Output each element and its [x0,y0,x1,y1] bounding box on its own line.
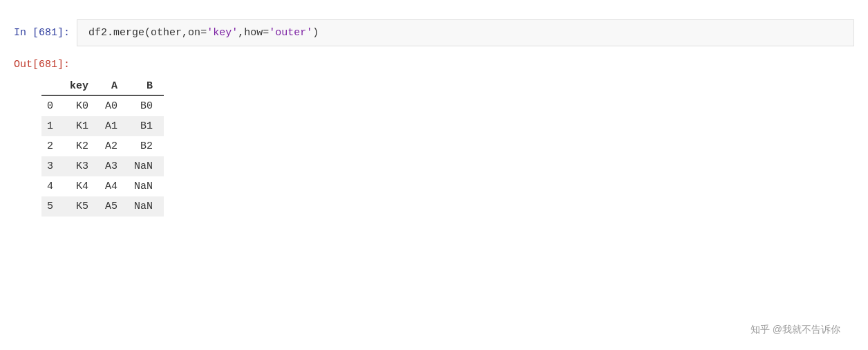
code-dot: . [107,27,113,39]
table-cell-index: 1 [41,116,64,136]
output-label-row: Out[681]: [0,57,868,77]
table-row: 0K0A0B0 [41,95,164,116]
table-row: 3K3A3NaN [41,156,164,176]
table-cell-data: NaN [129,176,164,196]
table-cell-data: NaN [129,156,164,176]
code-merge: merge [113,27,144,39]
output-label: Out[681]: [14,59,70,71]
code-df2: df2 [88,27,107,39]
col-header-a: A [100,77,129,95]
code-how: how [244,27,263,39]
code-other: other [151,27,182,39]
code-key-string: 'key' [207,27,238,39]
table-cell-data: A2 [100,136,129,156]
table-cell-data: K4 [64,176,100,196]
table-row: 2K2A2B2 [41,136,164,156]
table-row: 4K4A4NaN [41,176,164,196]
code-eq2: = [263,27,269,39]
col-header-index [41,77,64,95]
table-cell-data: K3 [64,156,100,176]
code-eq1: = [200,27,207,39]
table-cell-data: K0 [64,95,100,116]
table-cell-index: 3 [41,156,64,176]
col-header-key: key [64,77,100,95]
table-cell-index: 5 [41,196,64,217]
code-paren-open: ( [144,27,151,39]
table-cell-data: K5 [64,196,100,217]
table-cell-index: 2 [41,136,64,156]
notebook-container: In [681]: df2.merge(other,on='key',how='… [0,0,868,350]
table-row: 5K5A5NaN [41,196,164,217]
table-cell-index: 0 [41,95,64,116]
input-cell: In [681]: df2.merge(other,on='key',how='… [0,14,868,52]
code-comma1: , [182,27,188,39]
col-header-b: B [129,77,164,95]
table-cell-data: B2 [129,136,164,156]
table-cell-data: K1 [64,116,100,136]
table-header-row: key A B [41,77,164,95]
input-label: In [681]: [14,27,70,39]
table-cell-data: K2 [64,136,100,156]
table-cell-data: NaN [129,196,164,217]
table-cell-index: 4 [41,176,64,196]
watermark: 知乎 @我就不告诉你 [751,324,840,336]
code-comma2: , [238,27,244,39]
table-cell-data: A5 [100,196,129,217]
output-table-container: key A B 0K0A0B01K1A1B12K2A2B23K3A3NaN4K4… [0,77,868,230]
dataframe-table: key A B 0K0A0B01K1A1B12K2A2B23K3A3NaN4K4… [41,77,164,217]
code-outer-string: 'outer' [269,27,312,39]
table-cell-data: A1 [100,116,129,136]
table-row: 1K1A1B1 [41,116,164,136]
table-cell-data: A0 [100,95,129,116]
table-cell-data: A3 [100,156,129,176]
code-box[interactable]: df2.merge(other,on='key',how='outer') [77,19,854,46]
table-cell-data: A4 [100,176,129,196]
code-on: on [188,27,200,39]
table-cell-data: B1 [129,116,164,136]
code-paren-close: ) [312,27,319,39]
table-cell-data: B0 [129,95,164,116]
